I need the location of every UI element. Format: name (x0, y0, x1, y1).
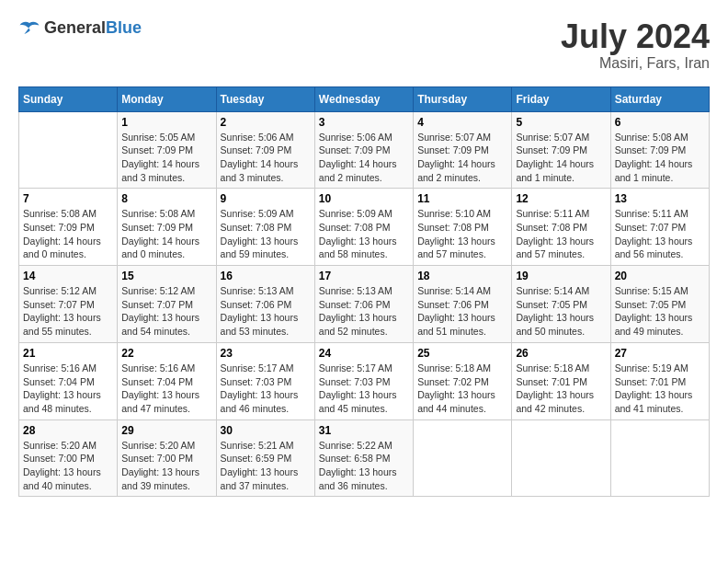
days-header-row: SundayMondayTuesdayWednesdayThursdayFrid… (19, 86, 710, 111)
calendar-cell (610, 419, 709, 497)
calendar-cell: 4Sunrise: 5:07 AM Sunset: 7:09 PM Daylig… (414, 111, 512, 189)
calendar-cell (512, 419, 610, 497)
day-number: 26 (516, 347, 606, 360)
calendar-cell: 15Sunrise: 5:12 AM Sunset: 7:07 PM Dayli… (118, 266, 216, 343)
day-header-monday: Monday (118, 86, 216, 111)
day-number: 21 (23, 347, 113, 360)
day-info: Sunrise: 5:14 AM Sunset: 7:05 PM Dayligh… (516, 284, 606, 339)
day-info: Sunrise: 5:17 AM Sunset: 7:03 PM Dayligh… (319, 362, 409, 416)
day-info: Sunrise: 5:15 AM Sunset: 7:05 PM Dayligh… (615, 284, 705, 339)
day-number: 23 (221, 347, 311, 360)
day-number: 24 (319, 347, 409, 360)
day-info: Sunrise: 5:16 AM Sunset: 7:04 PM Dayligh… (121, 362, 211, 416)
day-info: Sunrise: 5:20 AM Sunset: 7:00 PM Dayligh… (23, 439, 113, 493)
day-info: Sunrise: 5:10 AM Sunset: 7:08 PM Dayligh… (417, 207, 507, 261)
calendar-cell: 17Sunrise: 5:13 AM Sunset: 7:06 PM Dayli… (314, 266, 413, 343)
day-number: 20 (615, 270, 705, 282)
calendar-cell: 12Sunrise: 5:11 AM Sunset: 7:08 PM Dayli… (512, 189, 610, 266)
day-number: 27 (615, 347, 705, 360)
calendar-week-0: 1Sunrise: 5:05 AM Sunset: 7:09 PM Daylig… (19, 111, 710, 189)
day-header-wednesday: Wednesday (314, 86, 413, 111)
day-info: Sunrise: 5:09 AM Sunset: 7:08 PM Dayligh… (319, 207, 409, 261)
day-header-thursday: Thursday (414, 86, 512, 111)
day-info: Sunrise: 5:07 AM Sunset: 7:09 PM Dayligh… (516, 131, 606, 185)
calendar-cell: 25Sunrise: 5:18 AM Sunset: 7:02 PM Dayli… (414, 342, 512, 419)
calendar-cell: 11Sunrise: 5:10 AM Sunset: 7:08 PM Dayli… (414, 189, 512, 266)
day-info: Sunrise: 5:21 AM Sunset: 6:59 PM Dayligh… (221, 439, 311, 493)
day-number: 5 (516, 116, 606, 129)
day-number: 8 (121, 192, 211, 205)
calendar-cell (414, 419, 512, 497)
calendar-cell: 29Sunrise: 5:20 AM Sunset: 7:00 PM Dayli… (118, 419, 216, 497)
day-number: 25 (417, 347, 507, 360)
main-title: July 2024 (561, 18, 710, 55)
calendar-cell: 23Sunrise: 5:17 AM Sunset: 7:03 PM Dayli… (216, 342, 314, 419)
day-info: Sunrise: 5:09 AM Sunset: 7:08 PM Dayligh… (221, 207, 311, 261)
calendar-cell: 28Sunrise: 5:20 AM Sunset: 7:00 PM Dayli… (19, 419, 118, 497)
logo-bird-icon (18, 19, 40, 38)
calendar-cell: 18Sunrise: 5:14 AM Sunset: 7:06 PM Dayli… (414, 266, 512, 343)
calendar-cell: 16Sunrise: 5:13 AM Sunset: 7:06 PM Dayli… (216, 266, 314, 343)
calendar-cell: 19Sunrise: 5:14 AM Sunset: 7:05 PM Dayli… (512, 266, 610, 343)
calendar-cell: 1Sunrise: 5:05 AM Sunset: 7:09 PM Daylig… (118, 111, 216, 189)
calendar-cell: 20Sunrise: 5:15 AM Sunset: 7:05 PM Dayli… (610, 266, 709, 343)
day-header-tuesday: Tuesday (216, 86, 314, 111)
day-info: Sunrise: 5:18 AM Sunset: 7:02 PM Dayligh… (417, 362, 507, 416)
calendar-week-4: 28Sunrise: 5:20 AM Sunset: 7:00 PM Dayli… (19, 419, 710, 497)
day-number: 3 (319, 116, 409, 129)
day-number: 18 (417, 270, 507, 282)
calendar-cell: 3Sunrise: 5:06 AM Sunset: 7:09 PM Daylig… (314, 111, 413, 189)
calendar-cell: 8Sunrise: 5:08 AM Sunset: 7:09 PM Daylig… (118, 189, 216, 266)
day-header-saturday: Saturday (610, 86, 709, 111)
day-info: Sunrise: 5:19 AM Sunset: 7:01 PM Dayligh… (615, 362, 705, 416)
day-number: 31 (319, 424, 409, 437)
day-info: Sunrise: 5:13 AM Sunset: 7:06 PM Dayligh… (221, 284, 311, 339)
calendar-cell: 13Sunrise: 5:11 AM Sunset: 7:07 PM Dayli… (610, 189, 709, 266)
day-info: Sunrise: 5:16 AM Sunset: 7:04 PM Dayligh… (23, 362, 113, 416)
title-block: July 2024 Masiri, Fars, Iran (561, 18, 710, 72)
calendar-cell: 6Sunrise: 5:08 AM Sunset: 7:09 PM Daylig… (610, 111, 709, 189)
day-number: 9 (221, 192, 311, 205)
day-info: Sunrise: 5:22 AM Sunset: 6:58 PM Dayligh… (319, 439, 409, 493)
day-info: Sunrise: 5:18 AM Sunset: 7:01 PM Dayligh… (516, 362, 606, 416)
day-number: 13 (615, 192, 705, 205)
day-number: 11 (417, 192, 507, 205)
day-number: 6 (615, 116, 705, 129)
calendar-week-3: 21Sunrise: 5:16 AM Sunset: 7:04 PM Dayli… (19, 342, 710, 419)
day-number: 16 (221, 270, 311, 282)
day-number: 14 (23, 270, 113, 282)
calendar-week-1: 7Sunrise: 5:08 AM Sunset: 7:09 PM Daylig… (19, 189, 710, 266)
day-info: Sunrise: 5:17 AM Sunset: 7:03 PM Dayligh… (221, 362, 311, 416)
day-info: Sunrise: 5:12 AM Sunset: 7:07 PM Dayligh… (121, 284, 211, 339)
day-number: 17 (319, 270, 409, 282)
logo-blue: Blue (106, 18, 142, 37)
calendar-cell: 5Sunrise: 5:07 AM Sunset: 7:09 PM Daylig… (512, 111, 610, 189)
calendar-cell: 9Sunrise: 5:09 AM Sunset: 7:08 PM Daylig… (216, 189, 314, 266)
calendar-cell: 24Sunrise: 5:17 AM Sunset: 7:03 PM Dayli… (314, 342, 413, 419)
day-info: Sunrise: 5:08 AM Sunset: 7:09 PM Dayligh… (23, 207, 113, 261)
day-number: 19 (516, 270, 606, 282)
calendar-cell: 2Sunrise: 5:06 AM Sunset: 7:09 PM Daylig… (216, 111, 314, 189)
logo-text: GeneralBlue (44, 18, 142, 38)
day-header-sunday: Sunday (19, 86, 118, 111)
day-number: 2 (221, 116, 311, 129)
calendar-cell (19, 111, 118, 189)
calendar-cell: 14Sunrise: 5:12 AM Sunset: 7:07 PM Dayli… (19, 266, 118, 343)
day-info: Sunrise: 5:06 AM Sunset: 7:09 PM Dayligh… (319, 131, 409, 185)
day-info: Sunrise: 5:08 AM Sunset: 7:09 PM Dayligh… (121, 207, 211, 261)
calendar-week-2: 14Sunrise: 5:12 AM Sunset: 7:07 PM Dayli… (19, 266, 710, 343)
day-info: Sunrise: 5:12 AM Sunset: 7:07 PM Dayligh… (23, 284, 113, 339)
calendar-table: SundayMondayTuesdayWednesdayThursdayFrid… (18, 86, 710, 498)
day-number: 1 (121, 116, 211, 129)
day-info: Sunrise: 5:07 AM Sunset: 7:09 PM Dayligh… (417, 131, 507, 185)
day-info: Sunrise: 5:06 AM Sunset: 7:09 PM Dayligh… (221, 131, 311, 185)
day-number: 15 (121, 270, 211, 282)
day-number: 22 (121, 347, 211, 360)
day-info: Sunrise: 5:11 AM Sunset: 7:08 PM Dayligh… (516, 207, 606, 261)
calendar-cell: 26Sunrise: 5:18 AM Sunset: 7:01 PM Dayli… (512, 342, 610, 419)
page-header: GeneralBlue July 2024 Masiri, Fars, Iran (18, 18, 710, 72)
day-number: 7 (23, 192, 113, 205)
day-info: Sunrise: 5:14 AM Sunset: 7:06 PM Dayligh… (417, 284, 507, 339)
calendar-cell: 27Sunrise: 5:19 AM Sunset: 7:01 PM Dayli… (610, 342, 709, 419)
day-info: Sunrise: 5:08 AM Sunset: 7:09 PM Dayligh… (615, 131, 705, 185)
